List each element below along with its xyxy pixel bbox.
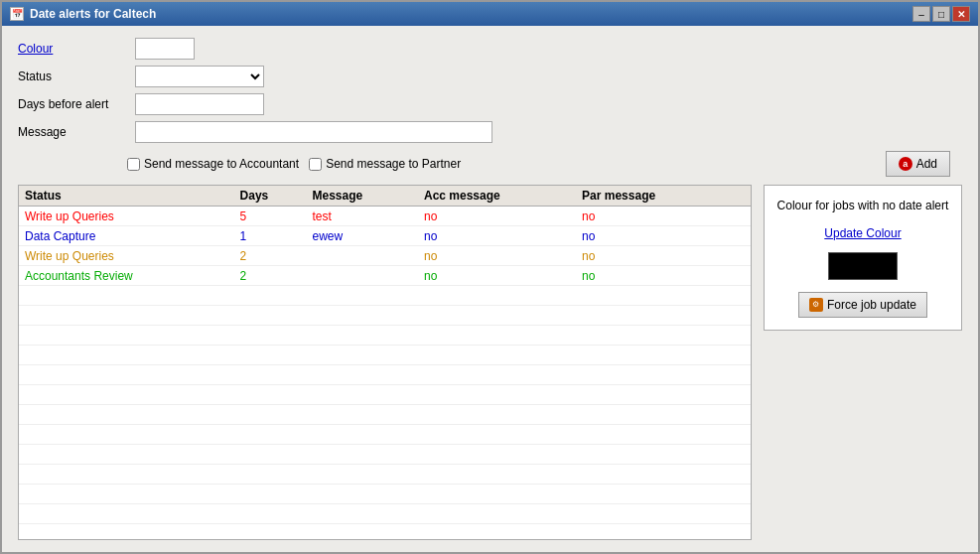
status-select[interactable]: Active Inactive xyxy=(135,66,264,87)
cell-acc-message: no xyxy=(418,207,576,226)
cell-status: Data Capture xyxy=(19,226,234,246)
cell-days: 2 xyxy=(234,266,307,286)
window-title: Date alerts for Caltech xyxy=(30,7,156,21)
table-row[interactable]: Write up Queries 5 test no no xyxy=(19,207,751,226)
table-row-empty xyxy=(19,485,751,504)
add-icon: a xyxy=(899,157,912,171)
message-input[interactable] xyxy=(135,121,492,143)
colour-link[interactable]: Colour xyxy=(18,42,53,56)
status-label: Status xyxy=(18,69,127,83)
col-extra xyxy=(729,186,751,207)
title-bar: 📅 Date alerts for Caltech – □ ✕ xyxy=(2,2,978,26)
cell-acc-message: no xyxy=(418,226,576,246)
checkbox-area: Send message to Accountant Send message … xyxy=(127,151,962,177)
table-row-empty xyxy=(19,346,751,365)
send-acc-label[interactable]: Send message to Accountant xyxy=(127,157,299,171)
force-job-update-button[interactable]: ⚙ Force job update xyxy=(798,292,927,318)
cell-par-message: no xyxy=(576,246,729,266)
title-bar-left: 📅 Date alerts for Caltech xyxy=(10,7,156,21)
add-button[interactable]: a Add xyxy=(886,151,950,177)
window-icon: 📅 xyxy=(10,7,24,21)
send-partner-label[interactable]: Send message to Partner xyxy=(309,157,461,171)
status-row: Status Active Inactive xyxy=(18,66,962,87)
table-row-empty xyxy=(19,365,751,385)
col-status: Status xyxy=(19,186,234,207)
cell-status: Write up Queries xyxy=(19,246,234,266)
cell-message xyxy=(307,266,418,286)
update-colour-link[interactable]: Update Colour xyxy=(824,226,901,240)
cell-days: 5 xyxy=(234,207,307,226)
table-row-empty xyxy=(19,306,751,326)
colour-input[interactable] xyxy=(135,38,195,60)
table-row-empty xyxy=(19,465,751,485)
colour-label: Colour xyxy=(18,42,127,56)
table-row-empty xyxy=(19,326,751,346)
main-window: 📅 Date alerts for Caltech – □ ✕ Colour S… xyxy=(0,0,980,554)
minimize-button[interactable]: – xyxy=(912,6,930,22)
cell-par-message: no xyxy=(576,266,729,286)
table-row-empty xyxy=(19,445,751,465)
col-par-message: Par message xyxy=(576,186,729,207)
main-area: Status Days Message Acc message Par mess… xyxy=(18,185,962,540)
table-row[interactable]: Data Capture 1 ewew no no xyxy=(19,226,751,246)
send-acc-checkbox[interactable] xyxy=(127,158,140,171)
days-input[interactable] xyxy=(135,93,264,115)
header-row: Status Days Message Acc message Par mess… xyxy=(19,186,751,207)
cell-extra xyxy=(729,246,751,266)
no-date-colour-box[interactable] xyxy=(828,252,898,280)
table-row-empty xyxy=(19,286,751,306)
message-label: Message xyxy=(18,125,127,139)
form-section: Colour Status Active Inactive Days befor… xyxy=(18,38,962,143)
table-row-empty xyxy=(19,385,751,405)
table-row-empty xyxy=(19,425,751,445)
content-area: Colour Status Active Inactive Days befor… xyxy=(2,26,978,552)
maximize-button[interactable]: □ xyxy=(932,6,950,22)
force-icon: ⚙ xyxy=(809,298,823,312)
col-message: Message xyxy=(307,186,418,207)
data-table: Status Days Message Acc message Par mess… xyxy=(19,186,751,524)
side-panel: Colour for jobs with no date alert Updat… xyxy=(764,185,962,331)
cell-acc-message: no xyxy=(418,266,576,286)
colour-row: Colour xyxy=(18,38,962,60)
title-controls: – □ ✕ xyxy=(912,6,970,22)
cell-message: test xyxy=(307,207,418,226)
send-partner-checkbox[interactable] xyxy=(309,158,322,171)
cell-message xyxy=(307,246,418,266)
table-row-empty xyxy=(19,405,751,425)
cell-days: 1 xyxy=(234,226,307,246)
days-row: Days before alert xyxy=(18,93,962,115)
col-acc-message: Acc message xyxy=(418,186,576,207)
cell-days: 2 xyxy=(234,246,307,266)
cell-extra xyxy=(729,207,751,226)
message-row: Message xyxy=(18,121,962,143)
cell-status: Accountants Review xyxy=(19,266,234,286)
cell-par-message: no xyxy=(576,226,729,246)
table-row-empty xyxy=(19,504,751,524)
col-days: Days xyxy=(234,186,307,207)
side-panel-info: Colour for jobs with no date alert xyxy=(777,198,949,214)
cell-acc-message: no xyxy=(418,246,576,266)
close-button[interactable]: ✕ xyxy=(952,6,970,22)
cell-status: Write up Queries xyxy=(19,207,234,226)
days-label: Days before alert xyxy=(18,97,127,111)
cell-par-message: no xyxy=(576,207,729,226)
table-body: Write up Queries 5 test no no Data Captu… xyxy=(19,207,751,524)
table-row[interactable]: Accountants Review 2 no no xyxy=(19,266,751,286)
table-header: Status Days Message Acc message Par mess… xyxy=(19,186,751,207)
table-container: Status Days Message Acc message Par mess… xyxy=(18,185,752,540)
cell-extra xyxy=(729,266,751,286)
cell-extra xyxy=(729,226,751,246)
cell-message: ewew xyxy=(307,226,418,246)
table-row[interactable]: Write up Queries 2 no no xyxy=(19,246,751,266)
